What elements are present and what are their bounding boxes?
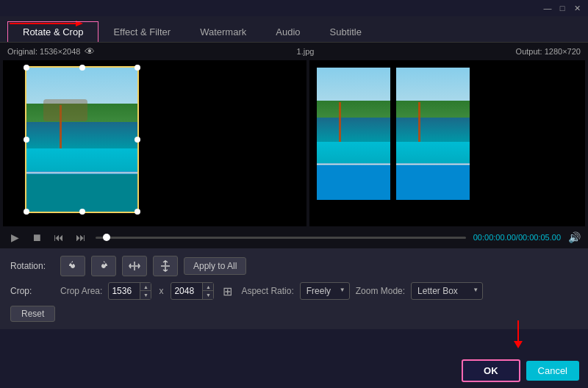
width-increment[interactable]: ▲ (140, 283, 151, 291)
crop-height-input[interactable] (171, 286, 202, 296)
cancel-button[interactable]: Cancel (526, 361, 579, 381)
footer-bar: OK Cancel (453, 353, 588, 388)
svg-marker-3 (514, 341, 523, 348)
tab-effect-filter[interactable]: Effect & Filter (98, 22, 185, 42)
expand-icon[interactable]: ⊞ (223, 284, 232, 298)
video-panel-right (309, 60, 585, 226)
ok-button[interactable]: OK (462, 359, 520, 382)
stop-button[interactable]: ⏹ (29, 230, 44, 245)
next-button[interactable]: ⏭ (74, 230, 88, 245)
time-display: 00:00:00.00/00:00:05.00 (473, 233, 561, 242)
tab-rotate-crop[interactable]: Rotate & Crop (7, 21, 98, 42)
crop-row: Crop: Crop Area: ▲ ▼ x ▲ ▼ ⊞ Aspect Rati… (10, 282, 578, 300)
flip-horizontal-button[interactable] (122, 256, 147, 276)
height-increment[interactable]: ▲ (203, 283, 213, 291)
rotation-row: Rotation: Apply to All (10, 256, 578, 276)
minimize-button[interactable]: — (542, 3, 553, 13)
filename-label: 1.jpg (297, 47, 315, 56)
flip-vertical-button[interactable] (153, 256, 178, 276)
rotation-label: Rotation: (10, 261, 54, 271)
zoom-mode-select-wrap: Letter Box Pan & Scan Full ▼ (411, 282, 483, 300)
progress-indicator (103, 234, 110, 241)
crop-area-label: Crop Area: (60, 286, 102, 296)
tab-audio[interactable]: Audio (261, 22, 315, 42)
ok-down-arrow-icon (511, 320, 526, 350)
play-button[interactable]: ▶ (7, 230, 22, 245)
reset-button[interactable]: Reset (10, 306, 55, 322)
aspect-ratio-select[interactable]: Freely 16:9 4:3 1:1 9:16 (300, 282, 350, 300)
crop-width-input[interactable] (109, 286, 140, 296)
video-area: Original: 1536×2048 👁 1.jpg Output: 1280… (0, 43, 588, 248)
rotate-right-button[interactable] (91, 256, 116, 276)
zoom-mode-label: Zoom Mode: (356, 286, 405, 296)
zoom-mode-select[interactable]: Letter Box Pan & Scan Full (411, 282, 483, 300)
tab-subtitle[interactable]: Subtitle (315, 22, 376, 42)
bottom-controls: Rotation: Apply to All Crop: Crop Area: (0, 248, 588, 329)
aspect-ratio-label: Aspect Ratio: (241, 286, 293, 296)
prev-button[interactable]: ⏮ (51, 230, 66, 245)
volume-icon[interactable]: 🔊 (568, 231, 581, 243)
crop-label: Crop: (10, 286, 54, 296)
close-button[interactable]: ✕ (572, 3, 582, 13)
crop-height-input-wrap: ▲ ▼ (171, 282, 214, 300)
height-decrement[interactable]: ▼ (203, 291, 213, 299)
controls-bar: ▶ ⏹ ⏮ ⏭ 00:00:00.00/00:00:05.00 🔊 (0, 226, 588, 248)
x-separator: x (159, 286, 163, 296)
title-bar: — □ ✕ (0, 0, 588, 16)
video-info-bar: Original: 1536×2048 👁 1.jpg Output: 1280… (0, 43, 588, 60)
video-panel-left (3, 60, 306, 226)
crop-width-input-wrap: ▲ ▼ (108, 282, 151, 300)
width-decrement[interactable]: ▼ (140, 291, 151, 299)
maximize-button[interactable]: □ (557, 3, 567, 13)
original-label: Original: 1536×2048 (7, 47, 80, 56)
aspect-ratio-select-wrap: Freely 16:9 4:3 1:1 9:16 ▼ (300, 282, 350, 300)
progress-bar[interactable] (96, 237, 466, 239)
rotate-left-button[interactable] (60, 256, 85, 276)
apply-to-all-button[interactable]: Apply to All (184, 257, 246, 275)
video-panels (0, 60, 588, 226)
tab-bar: Rotate & Crop Effect & Filter Watermark … (0, 16, 588, 43)
eye-icon[interactable]: 👁 (85, 46, 95, 57)
output-label: Output: 1280×720 (516, 47, 581, 56)
tab-watermark[interactable]: Watermark (185, 22, 261, 42)
